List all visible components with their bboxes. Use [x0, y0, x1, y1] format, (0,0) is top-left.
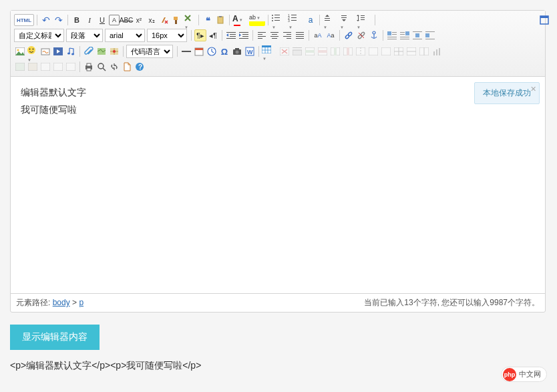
remove-format-button[interactable]: [158, 14, 170, 26]
svg-rect-116: [41, 63, 50, 71]
line-height-button[interactable]: [356, 14, 372, 26]
fullscreen-button[interactable]: [538, 14, 550, 26]
svg-point-51: [347, 31, 352, 36]
scrawl-button[interactable]: [39, 45, 51, 57]
justify-center-button[interactable]: [268, 29, 281, 41]
gmap-button[interactable]: [108, 45, 120, 57]
insert-title-button[interactable]: [52, 61, 64, 73]
subscript-button[interactable]: x₂: [146, 14, 158, 26]
merge-down-button[interactable]: [380, 45, 392, 57]
horizontal-rule-button[interactable]: [180, 45, 192, 57]
print-button[interactable]: [83, 61, 95, 73]
svg-rect-57: [392, 34, 397, 35]
superscript-button[interactable]: x²: [133, 14, 145, 26]
time-button[interactable]: [206, 45, 218, 57]
select-all-button[interactable]: a: [305, 14, 317, 26]
image-none-button[interactable]: [424, 29, 436, 41]
snapscreen-button[interactable]: [231, 45, 243, 57]
font-family-select[interactable]: arial: [105, 29, 145, 42]
unlink-button[interactable]: [355, 29, 367, 41]
video-button[interactable]: [52, 45, 64, 57]
delete-col-button[interactable]: [342, 45, 354, 57]
strikethrough-button[interactable]: ABC: [120, 14, 132, 26]
split-cols-button[interactable]: [418, 45, 430, 57]
link-button[interactable]: [343, 29, 355, 41]
output-html: <p>编辑器默认文字</p><p>我可随便写啦</p>: [10, 360, 547, 372]
justify-left-button[interactable]: [256, 29, 268, 41]
row-spacing-bottom-button[interactable]: [339, 14, 355, 26]
font-border-button[interactable]: A: [109, 15, 120, 25]
custom-style-select[interactable]: 自定义标题: [14, 29, 64, 42]
unordered-list-button[interactable]: [271, 14, 287, 26]
show-content-button[interactable]: 显示编辑器内容: [10, 325, 100, 350]
attachment-button[interactable]: [83, 45, 95, 57]
svg-rect-95: [293, 47, 302, 48]
svg-rect-42: [283, 32, 291, 33]
ordered-list-button[interactable]: 123: [288, 14, 304, 26]
delete-caption-button[interactable]: [39, 61, 51, 73]
edit-table-button[interactable]: [27, 61, 39, 73]
element-path: 元素路径: body > p: [16, 297, 83, 309]
path-body-link[interactable]: body: [53, 298, 70, 307]
italic-button[interactable]: I: [83, 14, 96, 26]
image-left-button[interactable]: [386, 29, 398, 41]
blockquote-button[interactable]: ❝: [202, 14, 214, 26]
image-right-button[interactable]: [399, 29, 411, 41]
underline-button[interactable]: U: [96, 14, 108, 26]
autotype-button[interactable]: [184, 14, 196, 26]
special-char-button[interactable]: Ω: [218, 45, 230, 57]
paragraph-select[interactable]: 段落: [66, 29, 103, 42]
insert-paragraph-before-button[interactable]: [291, 45, 303, 57]
charts-button[interactable]: [431, 45, 443, 57]
emotion-button[interactable]: [27, 45, 39, 57]
fore-color-button[interactable]: A: [232, 14, 248, 26]
back-color-button[interactable]: ab: [249, 14, 265, 26]
content-area[interactable]: 编辑器默认文字 我可随便写啦 本地保存成功 ✕: [11, 77, 545, 293]
separator: [383, 30, 383, 41]
html-source-button[interactable]: HTML: [14, 14, 34, 26]
outdent-button[interactable]: [225, 29, 237, 41]
code-language-select[interactable]: 代码语言: [126, 45, 173, 58]
svg-rect-102: [334, 47, 337, 55]
split-rows-button[interactable]: [405, 45, 417, 57]
split-cells-button[interactable]: [393, 45, 405, 57]
insert-col-button[interactable]: [329, 45, 341, 57]
svg-rect-34: [258, 32, 266, 33]
row-spacing-top-button[interactable]: [323, 14, 339, 26]
insert-table-button[interactable]: [262, 45, 278, 57]
music-button[interactable]: [65, 45, 77, 57]
image-center-button[interactable]: [411, 29, 423, 41]
close-icon[interactable]: ✕: [530, 83, 536, 95]
justify-right-button[interactable]: [281, 29, 293, 41]
tolowercase-button[interactable]: Aa: [325, 29, 337, 41]
pasteplain-button[interactable]: [214, 14, 226, 26]
bold-button[interactable]: B: [71, 14, 83, 26]
format-match-button[interactable]: [171, 14, 183, 26]
redo-button[interactable]: ↷: [53, 14, 65, 26]
direction-ltr-button[interactable]: ¶▸: [194, 29, 206, 41]
font-size-select[interactable]: 16px: [147, 29, 187, 42]
merge-right-button[interactable]: [367, 45, 379, 57]
merge-cells-button[interactable]: [355, 45, 367, 57]
insert-row-button[interactable]: [304, 45, 316, 57]
touppercase-button[interactable]: aA: [312, 29, 324, 41]
search-replace-button[interactable]: [108, 61, 120, 73]
merge-button[interactable]: [65, 61, 77, 73]
svg-rect-32: [242, 36, 248, 37]
edit-td-button[interactable]: [14, 61, 26, 73]
delete-table-button[interactable]: [278, 45, 291, 57]
indent-button[interactable]: [238, 29, 250, 41]
help-button[interactable]: ?: [134, 61, 146, 73]
map-button[interactable]: [96, 45, 108, 57]
preview-button[interactable]: [96, 61, 108, 73]
date-button[interactable]: [193, 45, 205, 57]
path-p-link[interactable]: p: [79, 298, 83, 307]
justify-full-button[interactable]: [294, 29, 306, 41]
wordimage-button[interactable]: W: [244, 45, 256, 57]
undo-button[interactable]: ↶: [40, 14, 52, 26]
direction-rtl-button[interactable]: ◂¶: [207, 29, 219, 41]
anchor-button[interactable]: [368, 29, 380, 41]
image-button[interactable]: [14, 45, 26, 57]
delete-row-button[interactable]: [317, 45, 329, 57]
drafts-button[interactable]: [121, 61, 133, 73]
